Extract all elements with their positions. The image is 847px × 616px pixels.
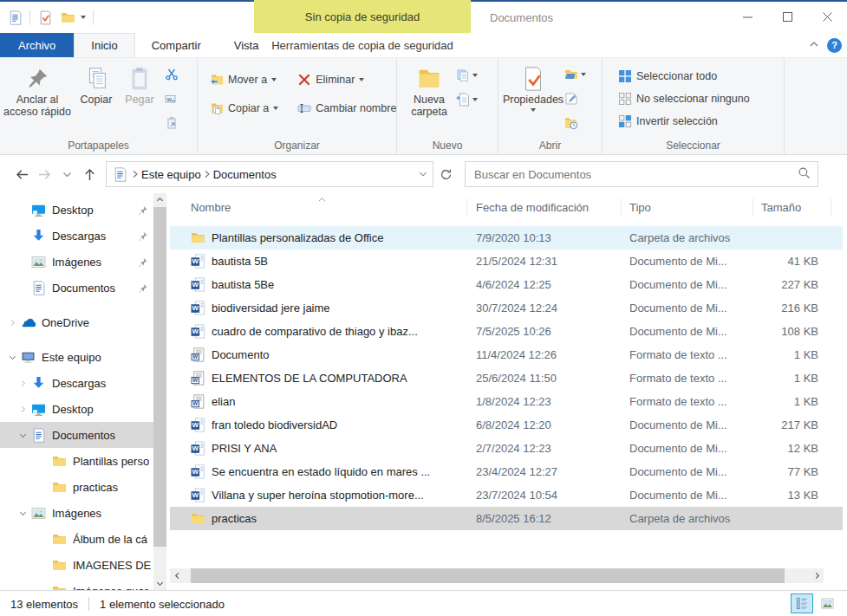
sidebar-item-im-genes[interactable]: Imágenes [0,249,153,275]
file-date: 8/5/2025 16:12 [468,512,622,525]
tab-inicio[interactable]: Inicio [74,33,134,57]
chevron-down-icon[interactable] [5,350,19,364]
select-none-button[interactable]: No seleccionar ninguno [618,90,750,107]
up-icon[interactable] [78,163,101,185]
chevron-spacer [36,532,50,546]
file-row-documento[interactable]: WDocumento11/4/2024 12:26Formato de text… [170,343,843,366]
file-type: Formato de texto ... [622,395,754,408]
search-icon[interactable] [798,166,811,183]
scroll-up-icon[interactable] [153,193,166,206]
sidebar-item-desktop[interactable]: Desktop [0,197,153,223]
cut-button[interactable] [165,66,179,83]
chevron-right-icon[interactable] [16,376,29,390]
sidebar-item-desktop[interactable]: Desktop [0,396,153,422]
sidebar-item-onedrive[interactable]: OneDrive [0,309,153,335]
tab-herramientas-copia-seguridad[interactable]: Herramientas de copia de seguridad [254,33,471,57]
invert-selection-button[interactable]: Invertir selección [618,113,750,130]
column-header-fecha[interactable]: Fecha de modificación [468,201,622,214]
file-row-villana-y-super-hero-na-stopmotion-more[interactable]: WVillana y super heroína stopmotion-more… [170,483,843,507]
column-divider[interactable] [753,198,753,216]
sidebar-scrollbar[interactable] [153,193,166,590]
chevron-right-icon[interactable] [5,315,19,329]
file-row-practicas[interactable]: practicas8/5/2025 16:12Carpeta de archiv… [170,507,843,530]
rename-button[interactable]: Cambiar nombre [297,100,396,117]
sidebar-item-practicas[interactable]: practicas [0,474,153,500]
copy-to-button[interactable]: Copiar a [210,100,278,117]
column-divider[interactable] [621,198,622,216]
horizontal-scrollbar-thumb[interactable] [191,568,785,583]
file-row-prisi-y-ana[interactable]: WPRISI Y ANA2/7/2024 12:23Documento de M… [170,437,843,460]
minimize-button[interactable] [727,0,767,33]
invert-selection-label: Invertir selección [636,115,718,127]
delete-button[interactable]: Eliminar [297,71,396,88]
scroll-left-icon[interactable] [170,568,184,583]
history-button[interactable] [564,114,586,132]
file-row-se-encuentra-en-estado-l-quido-en-mares[interactable]: WSe encuentra en estado líquido en mares… [170,460,843,483]
sidebar-item-este-equipo[interactable]: Este equipo [0,344,153,370]
select-all-button[interactable]: Seleccionar todo [618,68,750,85]
maximize-button[interactable] [767,0,807,33]
sidebar-item-documentos[interactable]: Documentos [0,275,153,301]
file-row-plantillas-personalizadas-de-office[interactable]: Plantillas personalizadas de Office7/9/2… [170,226,843,250]
window-controls [727,0,847,33]
rtf-icon: W [191,371,205,386]
forward-icon[interactable] [33,163,55,185]
sidebar-item-descargas[interactable]: Descargas [0,223,153,249]
move-to-button[interactable]: Mover a [210,71,278,88]
breadcrumb-documentos[interactable]: Documentos [212,168,278,181]
file-row-fran-toledo-biodiversidad[interactable]: Wfran toledo biodiversidAD6/8/2024 12:20… [170,413,843,437]
details-view-button[interactable] [791,593,813,613]
collapse-ribbon-icon[interactable] [809,37,819,53]
file-row-biodiversidad-jere-jaime[interactable]: Wbiodiversidad jere jaime30/7/2024 12:24… [170,296,843,320]
breadcrumb-chevron-icon[interactable] [131,166,140,182]
help-icon[interactable]: ? [827,38,842,53]
sidebar-item-documentos[interactable]: Documentos [0,422,153,448]
sidebar-item-descargas[interactable]: Descargas [0,370,153,396]
sidebar-item-im-genes[interactable]: Imágenes [0,500,153,526]
chevron-right-icon[interactable] [16,402,29,416]
sidebar-item-imagenes-de[interactable]: IMAGENES DE [0,552,153,578]
tab-archivo[interactable]: Archivo [0,33,74,57]
file-row-elementos-de-la-computadora[interactable]: WELEMENTOS DE LA COMPUTADORA25/6/2024 11… [170,366,843,390]
file-type: Documento de Mi... [622,302,754,314]
column-header-tipo[interactable]: Tipo [622,201,754,214]
paste-shortcut-button[interactable] [165,114,179,132]
new-folder-icon[interactable] [60,10,75,25]
thumbnails-view-button[interactable] [816,593,838,613]
chevron-spacer [36,584,50,590]
sidebar-item-lbum-de-la-c[interactable]: Álbum de la cá [0,526,153,552]
horizontal-scrollbar[interactable] [170,568,824,583]
sidebar-item-plantillas-perso[interactable]: Plantillas perso [0,448,153,474]
column-header-tamano[interactable]: Tamaño [754,201,829,214]
properties-check-icon[interactable] [37,10,53,25]
file-row-bautista-5b[interactable]: Wbautista 5B21/5/2024 12:31Documento de … [170,250,843,273]
scroll-right-icon[interactable] [810,568,824,583]
recent-locations-caret-icon[interactable] [55,163,78,185]
back-icon[interactable] [10,163,33,185]
edit-button[interactable] [564,90,586,107]
chevron-down-icon[interactable] [16,428,29,442]
file-row-bautista-5be[interactable]: Wbautista 5Be4/6/2024 12:25Documento de … [170,273,843,296]
file-row-cuadro-de-comparativo-de-thiago-y-ibaz[interactable]: Wcuadro de comparativo de thiago y ibaz.… [170,320,843,343]
search-input[interactable] [472,167,798,182]
easy-access-button[interactable] [456,67,478,84]
chevron-down-icon[interactable] [16,506,29,520]
new-item-button[interactable] [456,91,478,108]
breadcrumb-chevron-icon[interactable] [203,166,212,182]
breadcrumb-este-equipo[interactable]: Este equipo [140,168,203,181]
column-divider[interactable] [466,198,467,216]
qat-customize-caret-icon[interactable] [81,16,86,19]
address-box[interactable]: Este equipo Documentos [106,161,433,187]
copy-path-button[interactable]: W [165,90,179,107]
search-box[interactable] [465,161,818,187]
column-divider[interactable] [831,198,831,216]
open-button[interactable] [564,66,586,83]
scroll-down-icon[interactable] [153,577,166,590]
close-button[interactable] [807,0,847,33]
file-row-elian[interactable]: Welian1/8/2024 12:23Formato de texto ...… [170,390,843,413]
sidebar-item-im-genes-guar[interactable]: Imágenes guar [0,578,153,590]
sidebar-scrollbar-thumb[interactable] [153,207,166,547]
tab-compartir[interactable]: Compartir [135,33,218,57]
address-dropdown-caret-icon[interactable] [414,170,433,178]
refresh-icon[interactable] [433,161,458,187]
